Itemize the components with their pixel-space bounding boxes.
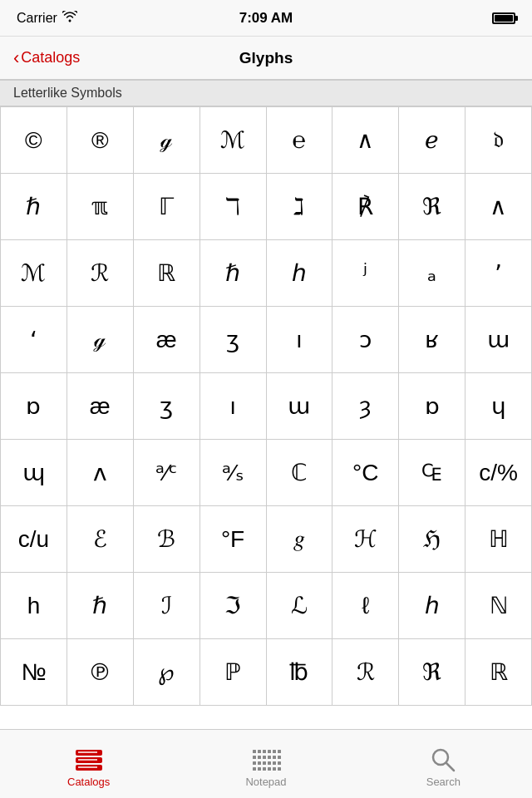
glyph-cell[interactable]: ℂ bbox=[267, 440, 333, 506]
svg-rect-16 bbox=[273, 756, 276, 759]
glyph-cell[interactable]: c/% bbox=[466, 440, 532, 506]
glyph-cell[interactable]: ℍ bbox=[466, 506, 532, 573]
glyph-cell[interactable]: ʒ bbox=[200, 307, 267, 373]
glyph-cell[interactable]: ℗ bbox=[67, 639, 134, 706]
glyph-cell[interactable]: © bbox=[1, 107, 67, 174]
glyph-cell[interactable]: ℜ bbox=[399, 174, 466, 240]
glyph-grid: ©®ℊℳ℮∧ℯ𝔡ℏℼℾℸℷ℟ℜ∧ℳℛℝℏℎʲₐʼʻℊæʒıɔʁɯɒæʒıɯȝɒɥ… bbox=[0, 106, 532, 706]
glyph-cell[interactable]: ℎ bbox=[267, 240, 333, 307]
tab-search[interactable]: Search bbox=[355, 730, 532, 798]
glyph-cell[interactable]: ℝ bbox=[466, 639, 532, 706]
glyph-cell[interactable]: ℊ bbox=[67, 307, 134, 373]
glyph-cell[interactable]: ℷ bbox=[267, 174, 333, 240]
glyph-cell[interactable]: ʒ bbox=[134, 373, 200, 440]
glyph-cell[interactable]: ℰ bbox=[67, 506, 134, 573]
back-button[interactable]: ‹ Catalogs bbox=[13, 49, 80, 67]
svg-rect-29 bbox=[278, 767, 281, 771]
glyph-cell[interactable]: ℘ bbox=[134, 639, 200, 706]
glyph-cell[interactable]: ℊ bbox=[134, 107, 200, 174]
notepad-tab-label: Notepad bbox=[245, 776, 286, 788]
glyph-cell[interactable]: ℬ bbox=[134, 506, 200, 573]
glyph-cell[interactable]: ℝ bbox=[134, 240, 200, 307]
nav-bar: ‹ Catalogs Glyphs bbox=[0, 37, 532, 80]
glyph-cell[interactable]: ℓ bbox=[332, 573, 399, 639]
glyph-cell[interactable]: ɒ bbox=[399, 373, 466, 440]
glyph-cell[interactable]: ɔ bbox=[332, 307, 399, 373]
glyph-cell[interactable]: ʌ bbox=[67, 440, 134, 506]
glyph-cell[interactable]: c/u bbox=[1, 506, 67, 573]
glyph-cell[interactable]: ₐ bbox=[399, 240, 466, 307]
glyph-cell[interactable]: æ bbox=[134, 307, 200, 373]
svg-rect-26 bbox=[263, 767, 266, 771]
notepad-tab-icon bbox=[251, 747, 281, 772]
glyph-cell[interactable]: ℟ bbox=[332, 174, 399, 240]
glyph-cell[interactable]: 𝔡 bbox=[466, 107, 532, 174]
glyph-cell[interactable]: ʁ bbox=[399, 307, 466, 373]
glyph-cell[interactable]: ℌ bbox=[399, 506, 466, 573]
glyph-cell[interactable]: ᵃ⁄ₛ bbox=[200, 440, 267, 506]
svg-rect-27 bbox=[268, 767, 271, 771]
glyph-cell[interactable]: ℙ bbox=[200, 639, 267, 706]
glyph-cell[interactable]: ʼ bbox=[466, 240, 532, 307]
glyph-cell[interactable]: ℏ bbox=[67, 573, 134, 639]
glyph-cell[interactable]: ℛ bbox=[67, 240, 134, 307]
glyph-cell[interactable]: № bbox=[1, 639, 67, 706]
glyph-cell[interactable]: ∧ bbox=[466, 174, 532, 240]
glyph-cell[interactable]: ℏ bbox=[1, 174, 67, 240]
glyph-cell[interactable]: ℼ bbox=[67, 174, 134, 240]
glyph-cell[interactable]: ℋ bbox=[332, 506, 399, 573]
glyph-cell[interactable]: ȝ bbox=[332, 373, 399, 440]
glyph-cell[interactable]: ɒ bbox=[1, 373, 67, 440]
glyph-cell[interactable]: ʻ bbox=[1, 307, 67, 373]
glyph-cell[interactable]: ℒ bbox=[267, 573, 333, 639]
carrier-label: Carrier bbox=[17, 11, 57, 26]
tab-catalogs[interactable]: Catalogs bbox=[0, 730, 177, 798]
glyph-cell[interactable]: ℳ bbox=[1, 240, 67, 307]
glyph-cell[interactable]: ∧ bbox=[332, 107, 399, 174]
glyph-cell[interactable]: ℑ bbox=[200, 573, 267, 639]
svg-rect-9 bbox=[268, 750, 271, 753]
glyph-cell[interactable]: ℸ bbox=[200, 174, 267, 240]
glyph-cell[interactable]: ℔ bbox=[267, 639, 333, 706]
glyph-cell[interactable]: ℎ bbox=[399, 573, 466, 639]
glyph-cell[interactable]: ʲ bbox=[332, 240, 399, 307]
glyph-cell[interactable]: ᵃ⁄ᶜ bbox=[134, 440, 200, 506]
glyph-cell[interactable]: °F bbox=[200, 506, 267, 573]
carrier-info: Carrier bbox=[17, 11, 77, 26]
glyph-cell[interactable]: ɥ bbox=[466, 373, 532, 440]
svg-rect-12 bbox=[253, 756, 256, 759]
svg-rect-10 bbox=[273, 750, 276, 753]
glyph-cell[interactable]: ℛ bbox=[332, 639, 399, 706]
glyph-cell[interactable]: ® bbox=[67, 107, 134, 174]
glyph-cell[interactable]: ɯ bbox=[267, 373, 333, 440]
glyph-cell[interactable]: ℕ bbox=[466, 573, 532, 639]
svg-rect-15 bbox=[268, 756, 271, 759]
glyph-cell[interactable]: æ bbox=[67, 373, 134, 440]
glyph-cell[interactable]: °C bbox=[332, 440, 399, 506]
svg-rect-7 bbox=[258, 750, 261, 753]
glyph-cell[interactable]: ℐ bbox=[134, 573, 200, 639]
status-bar: Carrier 7:09 AM bbox=[0, 0, 532, 37]
glyph-cell[interactable]: ℳ bbox=[200, 107, 267, 174]
svg-rect-20 bbox=[263, 761, 266, 765]
battery-icon bbox=[492, 12, 515, 24]
glyph-cell[interactable]: ɰ bbox=[1, 440, 67, 506]
section-header: Letterlike Symbols bbox=[0, 80, 532, 106]
svg-rect-21 bbox=[268, 761, 271, 765]
glyph-grid-container: Letterlike Symbols ©®ℊℳ℮∧ℯ𝔡ℏℼℾℸℷ℟ℜ∧ℳℛℝℏℎ… bbox=[0, 80, 532, 729]
glyph-cell[interactable]: h bbox=[1, 573, 67, 639]
search-tab-icon bbox=[428, 747, 458, 772]
svg-rect-25 bbox=[258, 767, 261, 771]
glyph-cell[interactable]: ℮ bbox=[267, 107, 333, 174]
glyph-cell[interactable]: ℾ bbox=[134, 174, 200, 240]
glyph-cell[interactable]: ı bbox=[267, 307, 333, 373]
glyph-cell[interactable]: ℜ bbox=[399, 639, 466, 706]
svg-rect-11 bbox=[278, 750, 281, 753]
glyph-cell[interactable]: ₠ bbox=[399, 440, 466, 506]
glyph-cell[interactable]: ɯ bbox=[466, 307, 532, 373]
glyph-cell[interactable]: ℏ bbox=[200, 240, 267, 307]
glyph-cell[interactable]: 𝑔 bbox=[267, 506, 333, 573]
tab-notepad[interactable]: Notepad bbox=[177, 730, 354, 798]
glyph-cell[interactable]: ı bbox=[200, 373, 267, 440]
glyph-cell[interactable]: ℯ bbox=[399, 107, 466, 174]
